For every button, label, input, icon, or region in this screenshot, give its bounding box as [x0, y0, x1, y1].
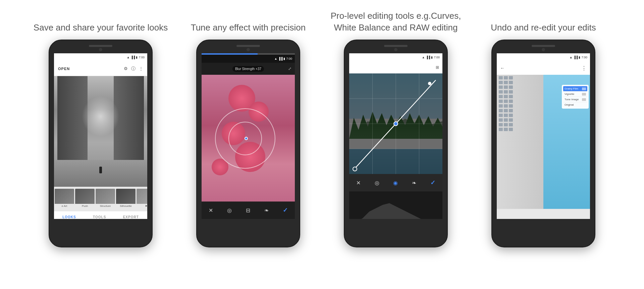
menu-icon-4[interactable]: ⋮ [581, 65, 587, 71]
progress-fill-2 [202, 53, 258, 55]
blur-label: Blur Strength +37 [232, 66, 264, 72]
phone-camera-4 [542, 48, 545, 51]
sliders-icon-2[interactable]: ⊟ [246, 207, 250, 214]
svg-point-7 [394, 122, 398, 126]
phone-screen-2: ▲ ▐▐ ▮ 7:00 Blur Strength +37 ⤢ [202, 53, 295, 219]
battery-icon-1: ▮ [136, 56, 138, 59]
leaf-icon-3[interactable]: ❧ [412, 180, 416, 186]
svg-point-8 [428, 82, 431, 85]
bottom-tabbar-1: LOOKS TOOLS EXPORT [54, 211, 147, 219]
thumb-4[interactable]: Silhouette [116, 189, 136, 209]
target-icon-2[interactable]: ◎ [227, 207, 232, 214]
progress-bar-2 [202, 53, 295, 55]
city-person [99, 167, 102, 173]
info-icon-1: ⓘ [131, 66, 136, 72]
phone-speaker-2 [236, 45, 260, 47]
status-bar-4: ▲ ▐▐ ▮ 7:00 [497, 53, 590, 61]
expand-icon-3: ⊞ [436, 65, 439, 70]
phone-speaker-4 [532, 45, 555, 47]
bottom-bar-3: ✕ ◎ ◉ ❧ ✓ [349, 174, 442, 191]
thumb-3[interactable]: Structure [96, 189, 115, 209]
thumb-2[interactable]: Push [75, 189, 95, 209]
sidebar-item-original[interactable]: Original [563, 102, 587, 107]
menu-icon-1: ⋮ [139, 66, 143, 71]
status-bar-1: ▲ ▐▐ ▮ 7:00 [54, 53, 147, 61]
phone-speaker-1 [89, 45, 112, 47]
close-icon-2[interactable]: ✕ [209, 207, 213, 214]
landscape-curves-area [349, 73, 442, 174]
edit-sidebar: Grainy Film Vignette Tune Image Ori [562, 85, 589, 109]
wifi-icon-1: ▲ [127, 56, 130, 59]
status-bar-3: ▲ ▐▐ ▮ 7:00 [349, 53, 442, 61]
signal-icon-1: ▐▐ [131, 56, 135, 59]
feature-title-2: Tune any effect with precision [191, 7, 306, 34]
feature-title-4: Undo and re-edit your edits [491, 7, 596, 34]
histogram-svg [349, 191, 442, 219]
sidebar-item-vignette[interactable]: Vignette [563, 92, 587, 97]
feature-column-4: Undo and re-edit your edits ▲ ▐▐ ▮ 7:00 [470, 7, 617, 247]
phone-4: ▲ ▐▐ ▮ 7:00 ← ⋮ [491, 40, 595, 247]
phone-1: ▲ ▐▐ ▮ 7:00 OPEN ⚙ ⓘ ⋮ [49, 40, 153, 247]
back-icon-4[interactable]: ← [500, 65, 505, 71]
thumb-label-5: ▶ [137, 204, 147, 207]
signal-icon-2: ▐▐ [278, 57, 283, 60]
time-2: 7:00 [286, 57, 292, 60]
circle-indicator [353, 167, 357, 171]
status-icons-3: ▲ ▐▐ ▮ 7:00 [422, 56, 440, 59]
thumb-1[interactable]: e Art [55, 189, 74, 209]
feature-column-2: Tune any effect with precision ▲ ▐▐ ▮ 7:… [174, 7, 322, 247]
wifi-icon-2: ▲ [274, 57, 277, 60]
tab-looks[interactable]: LOOKS [62, 215, 76, 219]
grainyfilm-icon [582, 88, 586, 90]
phone-screen-1: ▲ ▐▐ ▮ 7:00 OPEN ⚙ ⓘ ⋮ [54, 53, 147, 219]
tab-tools[interactable]: TOOLS [93, 215, 106, 219]
thumb-label-4: Silhouette [116, 204, 136, 208]
topbar-icons-1: ⚙ ⓘ ⋮ [124, 66, 143, 72]
check-icon-3[interactable]: ✓ [430, 179, 435, 186]
eye-filled-icon[interactable]: ◉ [393, 180, 398, 186]
sidebar-item-grainyfilm[interactable]: Grainy Film [563, 86, 587, 92]
status-bar-2: ▲ ▐▐ ▮ 7:00 [202, 55, 295, 63]
phone3-topbar: ⊞ [349, 61, 442, 73]
phone-screen-3: ▲ ▐▐ ▮ 7:00 ⊞ [349, 53, 442, 219]
battery-icon-3: ▮ [431, 56, 433, 59]
phone-2: ▲ ▐▐ ▮ 7:00 Blur Strength +37 ⤢ [196, 40, 300, 247]
time-4: 7:00 [581, 56, 587, 59]
phone-screen-4: ▲ ▐▐ ▮ 7:00 ← ⋮ [497, 53, 590, 219]
phone-camera-2 [247, 48, 250, 51]
building-windows [497, 75, 543, 209]
tab-export[interactable]: EXPORT [123, 215, 139, 219]
phone1-topbar: OPEN ⚙ ⓘ ⋮ [54, 61, 147, 76]
thumbnail-strip: e Art Push Structure Silhouette [54, 187, 147, 211]
thumb-label-2: Push [75, 204, 95, 208]
open-label: OPEN [58, 67, 70, 71]
vignette-icon [582, 93, 586, 96]
vignette-label: Vignette [565, 93, 574, 96]
bottom-bar-2: ✕ ◎ ⊟ ❧ ✓ [202, 201, 295, 219]
close-icon-3[interactable]: ✕ [356, 180, 361, 186]
histogram-area [349, 191, 442, 219]
phone-speaker-3 [384, 45, 408, 47]
expand-icon-2: ⤢ [288, 66, 291, 71]
signal-icon-3: ▐▐ [426, 56, 430, 59]
status-icons-2: ▲ ▐▐ ▮ 7:00 [274, 57, 292, 60]
battery-icon-2: ▮ [283, 57, 285, 60]
time-3: 7:00 [434, 56, 440, 59]
city-street [54, 160, 147, 187]
wifi-icon-4: ▲ [570, 56, 573, 59]
city-image [54, 76, 147, 187]
feature-column-3: Pro-level editing tools e.g.Curves, Whit… [322, 7, 470, 247]
thumb-5[interactable]: ▶ [137, 189, 147, 209]
phone-camera-3 [394, 48, 397, 51]
tuneimage-label: Tune Image [565, 98, 579, 101]
eye-icon-3[interactable]: ◎ [375, 180, 379, 186]
blur-topbar: Blur Strength +37 ⤢ [202, 63, 295, 75]
leaf-icon-2[interactable]: ❧ [264, 207, 269, 214]
phone-3: ▲ ▐▐ ▮ 7:00 ⊞ [344, 40, 448, 247]
original-label: Original [565, 103, 574, 106]
building-image: Grainy Film Vignette Tune Image Ori [497, 75, 590, 209]
check-icon-2[interactable]: ✓ [283, 207, 288, 214]
feature-title-1: Save and share your favorite looks [34, 7, 168, 34]
wifi-icon-3: ▲ [422, 56, 425, 59]
sidebar-item-tuneimage[interactable]: Tune Image [563, 97, 587, 102]
